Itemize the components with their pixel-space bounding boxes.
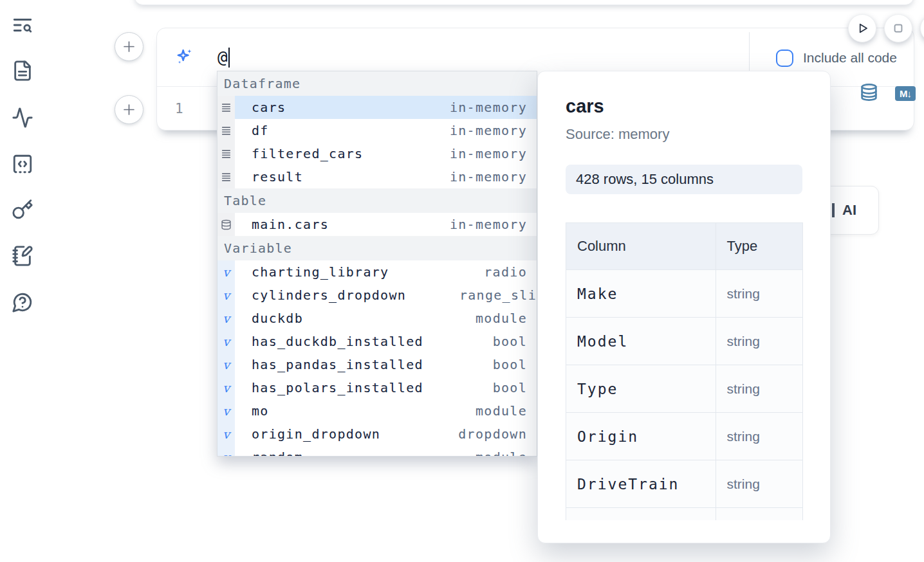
autocomplete-dropdown: Dataframe carsin-memory dfin-memory filt… xyxy=(217,71,537,457)
column-type-cell: string xyxy=(716,270,802,318)
item-name: charting_library xyxy=(252,264,389,280)
completion-item-df[interactable]: dfin-memory xyxy=(217,119,537,142)
variable-icon: v xyxy=(217,330,235,353)
column-type-cell: string xyxy=(716,460,802,508)
variable-icon: v xyxy=(217,399,235,422)
section-header-dataframe: Dataframe xyxy=(217,71,537,96)
item-type: bool xyxy=(493,380,537,395)
completion-item-cars[interactable]: carsin-memory xyxy=(217,96,537,119)
completion-item-charting-library[interactable]: v charting_libraryradio xyxy=(217,260,537,284)
item-name: df xyxy=(252,123,269,138)
plus-icon xyxy=(124,41,134,52)
completion-item-clipped[interactable]: v randommodule xyxy=(217,446,537,457)
key-icon[interactable] xyxy=(12,199,33,221)
add-cell-below-button[interactable] xyxy=(115,95,143,124)
scratchpad-icon[interactable] xyxy=(12,245,33,267)
item-name: cars xyxy=(252,100,286,115)
help-chat-icon[interactable] xyxy=(12,291,33,313)
column-name-cell: DriveTrain xyxy=(566,460,716,508)
play-icon xyxy=(854,20,871,37)
dataframe-rows-icon xyxy=(217,119,235,142)
completion-item-has-polars-installed[interactable]: v has_polars_installedbool xyxy=(217,376,537,399)
completion-item-has-pandas-installed[interactable]: v has_pandas_installedbool xyxy=(217,353,537,376)
column-type-cell: string xyxy=(716,365,802,413)
column-type-cell: string xyxy=(716,318,802,365)
item-name: main.cars xyxy=(252,217,329,232)
markdown-convert-icon[interactable]: M↓ xyxy=(895,86,916,101)
item-name: has_duckdb_installed xyxy=(252,334,423,349)
add-cell-above-button[interactable] xyxy=(115,32,143,61)
completion-item-duckdb[interactable]: v duckdbmodule xyxy=(217,307,537,330)
item-name: filtered_cars xyxy=(252,146,363,161)
text-search-icon[interactable] xyxy=(12,14,33,36)
plus-icon xyxy=(124,104,134,115)
stop-cell-button[interactable] xyxy=(884,14,912,42)
file-text-icon[interactable] xyxy=(12,60,33,82)
table-row: Type string xyxy=(566,365,803,413)
line-number: 1 xyxy=(175,101,183,116)
item-type: module xyxy=(476,403,537,419)
column-type-cell: string xyxy=(716,413,802,460)
item-name: cylinders_dropdown xyxy=(252,287,406,303)
item-type: in-memory xyxy=(450,169,537,185)
item-type: bool xyxy=(493,334,537,349)
table-database-icon xyxy=(217,213,235,236)
preview-source: Source: memory xyxy=(566,126,830,143)
previous-cell-partial xyxy=(134,0,914,5)
variable-icon: v xyxy=(217,422,235,446)
completion-item-has-duckdb-installed[interactable]: v has_duckdb_installedbool xyxy=(217,330,537,353)
completion-item-cylinders-dropdown[interactable]: v cylinders_dropdownrange_slider xyxy=(217,284,537,307)
item-type: in-memory xyxy=(450,123,537,138)
datasource-database-icon[interactable] xyxy=(860,83,878,102)
column-name-cell: Make xyxy=(566,270,716,318)
generate-ai-label: AI xyxy=(842,202,856,219)
text-cursor xyxy=(228,48,230,68)
item-name: has_polars_installed xyxy=(252,380,423,395)
ai-prompt-value: @ xyxy=(217,48,228,67)
item-name: has_pandas_installed xyxy=(252,357,423,372)
column-header: Column xyxy=(566,223,716,270)
item-type: radio xyxy=(484,264,537,280)
item-name: result xyxy=(252,169,303,185)
column-name-cell: Origin xyxy=(566,413,716,460)
completion-item-mo[interactable]: v momodule xyxy=(217,399,537,422)
table-row: Model string xyxy=(566,318,803,365)
type-header: Type xyxy=(716,223,802,270)
completion-item-filtered-cars[interactable]: filtered_carsin-memory xyxy=(217,142,537,165)
preview-shape-badge: 428 rows, 15 columns xyxy=(566,165,802,194)
ai-prompt-input[interactable]: @ xyxy=(217,48,230,68)
item-name: duckdb xyxy=(252,311,303,326)
completion-item-main-cars[interactable]: main.carsin-memory xyxy=(217,213,537,236)
preview-title: cars xyxy=(566,96,830,117)
variable-icon: v xyxy=(217,376,235,399)
item-type: dropdown xyxy=(458,426,537,442)
extra-run-control-button[interactable] xyxy=(920,14,924,42)
item-type: range_slider xyxy=(459,287,537,303)
section-header-table: Table xyxy=(217,188,537,213)
item-type: in-memory xyxy=(450,217,537,232)
item-type: module xyxy=(476,449,537,457)
item-type: in-memory xyxy=(450,146,537,161)
item-type: bool xyxy=(493,357,537,372)
run-cell-button[interactable] xyxy=(848,14,876,42)
variable-icon: v xyxy=(217,284,235,307)
stop-icon xyxy=(890,20,907,37)
preview-columns-table-wrap: Column Type Make string Model string Typ… xyxy=(566,222,804,520)
table-row: Origin string xyxy=(566,413,803,460)
activity-icon[interactable] xyxy=(12,107,33,129)
variable-icon: v xyxy=(217,446,235,457)
item-type: module xyxy=(476,311,537,326)
preview-columns-table: Column Type Make string Model string Typ… xyxy=(566,222,803,520)
completion-item-result[interactable]: resultin-memory xyxy=(217,165,537,188)
dataframe-rows-icon xyxy=(217,165,235,188)
item-name: random xyxy=(252,449,303,457)
code-snippets-icon[interactable] xyxy=(12,153,33,175)
completion-item-origin-dropdown[interactable]: v origin_dropdowndropdown xyxy=(217,422,537,446)
sparkles-ai-icon xyxy=(174,47,194,68)
table-header-row: Column Type xyxy=(566,223,803,270)
column-name-cell: Type xyxy=(566,365,716,413)
include-all-code-checkbox[interactable] xyxy=(776,50,793,67)
include-all-code-label: Include all code xyxy=(803,50,897,66)
section-header-variable: Variable xyxy=(217,236,537,260)
item-type: in-memory xyxy=(450,100,537,115)
